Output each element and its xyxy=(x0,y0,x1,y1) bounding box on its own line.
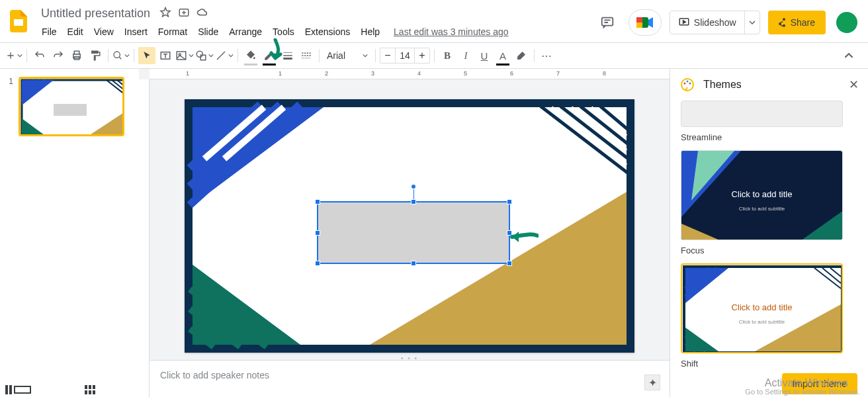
meet-button[interactable] xyxy=(629,9,662,36)
slides-logo[interactable] xyxy=(5,8,32,34)
svg-rect-36 xyxy=(93,390,95,394)
svg-point-16 xyxy=(253,57,255,59)
font-size-control: − 14 + xyxy=(380,48,430,64)
slide-thumbnail-panel: 1 xyxy=(0,69,139,397)
theme-card-streamline[interactable]: Click to add title Click to add subtitle xyxy=(681,150,843,240)
svg-rect-15 xyxy=(200,55,206,60)
resize-handle[interactable] xyxy=(507,230,512,236)
image-tool[interactable] xyxy=(175,47,194,64)
menu-file[interactable]: File xyxy=(37,24,62,40)
bold-button[interactable]: B xyxy=(439,47,456,64)
theme-name-shift: Shift xyxy=(681,359,857,367)
font-size-decrease[interactable]: − xyxy=(380,50,395,62)
resize-handle[interactable] xyxy=(411,199,416,204)
font-size-input[interactable]: 14 xyxy=(395,48,415,63)
svg-point-23 xyxy=(684,83,686,85)
grid-view-icon[interactable] xyxy=(85,385,111,394)
border-color-button[interactable] xyxy=(261,47,278,64)
resize-handle[interactable] xyxy=(315,199,320,204)
svg-rect-31 xyxy=(85,385,87,389)
svg-rect-0 xyxy=(14,19,23,26)
resize-handle[interactable] xyxy=(315,230,320,236)
slideshow-dropdown[interactable] xyxy=(744,11,760,34)
move-icon[interactable] xyxy=(178,7,191,20)
svg-rect-28 xyxy=(5,385,8,394)
shape-tool[interactable] xyxy=(195,47,214,64)
undo-button[interactable] xyxy=(31,47,48,64)
font-family-select[interactable]: Arial xyxy=(324,48,371,63)
menu-bar: File Edit View Insert Format Slide Arran… xyxy=(37,22,594,41)
comment-history-button[interactable] xyxy=(594,9,621,36)
close-icon[interactable]: ✕ xyxy=(849,77,859,92)
canvas-area: 1 1 2 3 4 5 6 7 8 xyxy=(139,69,670,397)
redo-button[interactable] xyxy=(50,47,67,64)
theme-preview-top[interactable] xyxy=(681,101,843,127)
italic-button[interactable]: I xyxy=(457,47,474,64)
last-edit-link[interactable]: Last edit was 3 minutes ago xyxy=(394,26,509,37)
menu-slide[interactable]: Slide xyxy=(193,24,223,40)
resize-handle[interactable] xyxy=(507,199,512,204)
textbox-tool[interactable] xyxy=(157,47,174,64)
speaker-notes[interactable]: Click to add speaker notes xyxy=(150,360,670,397)
slide-thumbnail-1[interactable] xyxy=(19,77,124,136)
highlight-button[interactable] xyxy=(513,47,530,64)
svg-rect-2 xyxy=(602,18,613,26)
svg-point-14 xyxy=(196,51,202,57)
svg-point-10 xyxy=(114,52,120,58)
more-tools[interactable]: ⋯ xyxy=(539,47,556,64)
svg-rect-33 xyxy=(93,385,95,389)
fill-color-button[interactable] xyxy=(242,47,259,64)
menu-arrange[interactable]: Arrange xyxy=(224,24,267,40)
new-slide-button[interactable] xyxy=(5,47,22,64)
thumb-number: 1 xyxy=(5,77,16,136)
menu-help[interactable]: Help xyxy=(356,24,384,40)
svg-rect-32 xyxy=(89,385,91,389)
print-button[interactable] xyxy=(68,47,85,64)
slideshow-button[interactable]: Slideshow xyxy=(670,17,744,28)
underline-button[interactable]: U xyxy=(476,47,493,64)
user-avatar[interactable] xyxy=(836,12,857,33)
svg-rect-30 xyxy=(15,386,30,393)
hide-menus-button[interactable] xyxy=(840,47,857,64)
watermark-sub: Go to Settings to activate Windows. xyxy=(745,388,860,396)
menu-edit[interactable]: Edit xyxy=(63,24,88,40)
resize-handle[interactable] xyxy=(411,261,416,266)
border-dash-button[interactable] xyxy=(298,47,315,64)
paint-format-button[interactable] xyxy=(87,47,104,64)
share-button[interactable]: Share xyxy=(768,11,826,34)
theme-name-focus: Focus xyxy=(681,245,857,255)
view-mode-strip xyxy=(5,385,111,394)
menu-extensions[interactable]: Extensions xyxy=(300,24,355,40)
svg-rect-19 xyxy=(54,104,87,116)
cloud-icon[interactable] xyxy=(196,7,210,20)
line-tool[interactable] xyxy=(215,47,234,64)
svg-point-24 xyxy=(687,81,689,83)
slideshow-label: Slideshow xyxy=(694,17,736,28)
share-label: Share xyxy=(791,17,815,28)
text-color-button[interactable]: A xyxy=(494,47,511,64)
border-weight-button[interactable] xyxy=(279,47,296,64)
menu-tools[interactable]: Tools xyxy=(268,24,299,40)
svg-rect-35 xyxy=(89,390,91,394)
horizontal-ruler[interactable]: 1 1 2 3 4 5 6 7 8 xyxy=(150,69,670,79)
rotate-handle[interactable] xyxy=(411,184,416,189)
select-tool[interactable] xyxy=(138,47,155,64)
filmstrip-view-icon[interactable] xyxy=(5,385,32,394)
doc-title[interactable]: Untitled presentation xyxy=(37,5,154,22)
menu-format[interactable]: Format xyxy=(153,24,192,40)
explore-button[interactable]: ✦ xyxy=(644,375,660,390)
svg-rect-5 xyxy=(636,17,642,22)
theme-card-focus[interactable]: Click to add title Click to add subtitle xyxy=(681,263,843,353)
font-size-increase[interactable]: + xyxy=(415,50,429,62)
slide-canvas[interactable] xyxy=(185,99,634,353)
zoom-button[interactable] xyxy=(112,47,130,64)
menu-insert[interactable]: Insert xyxy=(120,24,152,40)
star-icon[interactable] xyxy=(159,7,173,20)
themes-panel: Themes ✕ Streamline Click to add title C… xyxy=(670,69,868,397)
resize-handle[interactable] xyxy=(315,261,320,266)
selected-shape[interactable] xyxy=(317,201,510,264)
menu-view[interactable]: View xyxy=(89,24,118,40)
theme-name-streamline: Streamline xyxy=(681,132,857,142)
svg-rect-34 xyxy=(85,390,87,394)
resize-handle[interactable] xyxy=(507,261,512,266)
